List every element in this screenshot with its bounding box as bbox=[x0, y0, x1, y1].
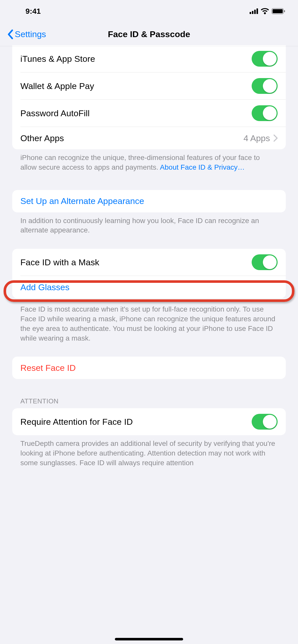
svg-rect-0 bbox=[250, 12, 251, 14]
svg-rect-6 bbox=[284, 10, 285, 12]
chevron-right-icon bbox=[274, 135, 278, 142]
status-time: 9:41 bbox=[25, 7, 41, 16]
status-indicators bbox=[250, 8, 285, 14]
toggle-itunes[interactable] bbox=[252, 51, 278, 67]
svg-rect-5 bbox=[273, 9, 283, 13]
row-label: Face ID with a Mask bbox=[20, 257, 99, 267]
status-bar: 9:41 bbox=[0, 0, 298, 22]
row-label: Add Glasses bbox=[20, 282, 70, 292]
svg-rect-2 bbox=[254, 10, 256, 14]
attention-header: ATTENTION bbox=[12, 397, 286, 408]
reset-card: Reset Face ID bbox=[12, 357, 286, 379]
section2-footer: In addition to continuously learning how… bbox=[12, 212, 286, 235]
toggle-mask[interactable] bbox=[252, 254, 278, 270]
nav-title: Face ID & Passcode bbox=[108, 29, 190, 39]
attention-card: Require Attention for Face ID bbox=[12, 408, 286, 435]
toggle-autofill[interactable] bbox=[252, 105, 278, 121]
row-autofill[interactable]: Password AutoFill bbox=[12, 100, 286, 127]
nav-bar: Settings Face ID & Passcode bbox=[0, 22, 298, 46]
svg-rect-3 bbox=[256, 8, 258, 14]
about-faceid-privacy-link[interactable]: About Face ID & Privacy… bbox=[160, 163, 245, 171]
row-label: Reset Face ID bbox=[20, 363, 76, 373]
back-label: Settings bbox=[15, 29, 46, 39]
row-detail: 4 Apps bbox=[243, 133, 270, 143]
row-add-glasses[interactable]: Add Glasses bbox=[12, 276, 286, 298]
toggle-wallet[interactable] bbox=[252, 78, 278, 94]
cellular-icon bbox=[250, 8, 258, 14]
chevron-left-icon bbox=[7, 29, 13, 39]
back-button[interactable]: Settings bbox=[7, 29, 46, 39]
row-label: Require Attention for Face ID bbox=[20, 417, 133, 427]
row-label: Set Up an Alternate Appearance bbox=[20, 196, 144, 206]
battery-icon bbox=[272, 8, 285, 14]
row-reset-faceid[interactable]: Reset Face ID bbox=[12, 357, 286, 379]
home-indicator[interactable] bbox=[115, 638, 183, 640]
section5-footer: TrueDepth camera provides an additional … bbox=[12, 435, 286, 467]
row-alternate-appearance[interactable]: Set Up an Alternate Appearance bbox=[12, 190, 286, 212]
row-mask[interactable]: Face ID with a Mask bbox=[12, 249, 286, 276]
toggle-require-attention[interactable] bbox=[252, 414, 278, 430]
mask-card: Face ID with a Mask Add Glasses bbox=[12, 249, 286, 298]
row-label: Password AutoFill bbox=[20, 108, 90, 118]
row-itunes[interactable]: iTunes & App Store bbox=[12, 45, 286, 72]
row-label: Wallet & Apple Pay bbox=[20, 81, 94, 91]
row-other-apps[interactable]: Other Apps 4 Apps bbox=[12, 127, 286, 149]
alternate-appearance-card: Set Up an Alternate Appearance bbox=[12, 190, 286, 212]
row-label: iTunes & App Store bbox=[20, 54, 95, 64]
section1-footer: iPhone can recognize the unique, three-d… bbox=[12, 149, 286, 172]
section3-footer: Face ID is most accurate when it's set u… bbox=[12, 298, 286, 343]
wifi-icon bbox=[261, 8, 269, 14]
svg-rect-1 bbox=[252, 11, 253, 14]
row-wallet[interactable]: Wallet & Apple Pay bbox=[12, 72, 286, 99]
row-require-attention[interactable]: Require Attention for Face ID bbox=[12, 408, 286, 435]
use-faceid-card: iTunes & App Store Wallet & Apple Pay Pa… bbox=[12, 45, 286, 149]
row-label: Other Apps bbox=[20, 133, 64, 143]
